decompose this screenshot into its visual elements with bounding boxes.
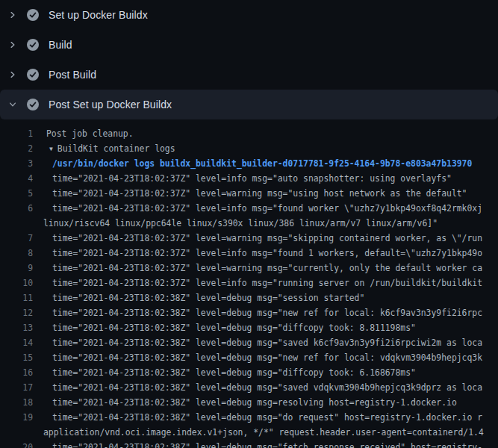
step-label: Post Set up Docker Buildx xyxy=(49,99,172,111)
chevron-right-icon xyxy=(8,40,17,49)
log-text: time="2021-04-23T18:02:38Z" level=debug … xyxy=(0,410,498,425)
line-number[interactable]: 12 xyxy=(0,305,33,320)
log-row: 7time="2021-04-23T18:02:37Z" level=warni… xyxy=(0,231,498,246)
line-number[interactable]: 14 xyxy=(0,335,33,350)
log-text: time="2021-04-23T18:02:38Z" level=debug … xyxy=(0,320,498,335)
line-number[interactable]: 5 xyxy=(0,186,33,201)
log-row: 12time="2021-04-23T18:02:38Z" level=debu… xyxy=(0,305,498,320)
log-text: linux/riscv64 linux/ppc64le linux/s390x … xyxy=(0,216,498,231)
line-number[interactable]: 20 xyxy=(0,440,33,448)
log-row: application/vnd.oci.image.index.v1+json,… xyxy=(0,425,498,440)
log-row: 14time="2021-04-23T18:02:38Z" level=debu… xyxy=(0,335,498,350)
line-number[interactable]: 9 xyxy=(0,261,33,276)
log-text: time="2021-04-23T18:02:37Z" level=warnin… xyxy=(0,186,498,201)
log-row: 8time="2021-04-23T18:02:37Z" level=info … xyxy=(0,246,498,261)
log-text: time="2021-04-23T18:02:37Z" level=info m… xyxy=(0,201,498,216)
log-row: 6time="2021-04-23T18:02:37Z" level=info … xyxy=(0,201,498,216)
check-circle-icon xyxy=(27,9,39,21)
line-number[interactable]: 3 xyxy=(0,156,33,171)
log-text: time="2021-04-23T18:02:38Z" level=debug … xyxy=(0,395,498,410)
log-row: 1Post job cleanup. xyxy=(0,126,498,141)
line-number[interactable]: 7 xyxy=(0,231,33,246)
log-group-label: BuildKit container logs xyxy=(57,143,175,154)
chevron-right-icon xyxy=(8,70,17,79)
step-row-build[interactable]: Build xyxy=(0,30,498,60)
log-row: 3/usr/bin/docker logs buildx_buildkit_bu… xyxy=(0,156,498,171)
log-row: 16time="2021-04-23T18:02:38Z" level=debu… xyxy=(0,365,498,380)
log-text: application/vnd.oci.image.index.v1+json,… xyxy=(0,425,498,440)
step-row-post-build[interactable]: Post Build xyxy=(0,60,498,90)
log-row: 2▼BuildKit container logs xyxy=(0,141,498,156)
log-text: time="2021-04-23T18:02:37Z" level=info m… xyxy=(0,171,498,186)
log-row: 4time="2021-04-23T18:02:37Z" level=info … xyxy=(0,171,498,186)
chevron-down-icon xyxy=(8,100,17,109)
step-row-set-up-docker-buildx[interactable]: Set up Docker Buildx xyxy=(0,0,498,30)
log-row: 9time="2021-04-23T18:02:37Z" level=warni… xyxy=(0,261,498,276)
log-text: Post job cleanup. xyxy=(0,126,498,141)
check-circle-icon xyxy=(27,99,39,111)
log-text: time="2021-04-23T18:02:37Z" level=info m… xyxy=(0,246,498,261)
check-circle-icon xyxy=(27,39,39,51)
log-row: 19time="2021-04-23T18:02:38Z" level=debu… xyxy=(0,410,498,425)
log-text: time="2021-04-23T18:02:38Z" level=debug … xyxy=(0,365,498,380)
line-number[interactable]: 16 xyxy=(0,365,33,380)
step-label: Build xyxy=(49,39,72,51)
line-number[interactable]: 17 xyxy=(0,380,33,395)
log-text: time="2021-04-23T18:02:38Z" level=debug … xyxy=(0,350,498,365)
check-circle-icon xyxy=(27,69,39,81)
log-row: 10time="2021-04-23T18:02:37Z" level=info… xyxy=(0,276,498,290)
log-command-text: /usr/bin/docker logs buildx_buildkit_bui… xyxy=(0,156,498,171)
log-text: time="2021-04-23T18:02:38Z" level=debug … xyxy=(0,380,498,395)
log-row: 11time="2021-04-23T18:02:38Z" level=debu… xyxy=(0,290,498,305)
line-number[interactable]: 2 xyxy=(0,141,33,156)
log-row: 18time="2021-04-23T18:02:38Z" level=debu… xyxy=(0,395,498,410)
step-label: Set up Docker Buildx xyxy=(49,9,148,21)
log-text: time="2021-04-23T18:02:38Z" level=debug … xyxy=(0,290,498,305)
log-row: 13time="2021-04-23T18:02:38Z" level=debu… xyxy=(0,320,498,335)
log-row: 17time="2021-04-23T18:02:38Z" level=debu… xyxy=(0,380,498,395)
log-row: 15time="2021-04-23T18:02:38Z" level=debu… xyxy=(0,350,498,365)
log-text: time="2021-04-23T18:02:37Z" level=info m… xyxy=(0,276,498,290)
log-row: linux/riscv64 linux/ppc64le linux/s390x … xyxy=(0,216,498,231)
log-text: time="2021-04-23T18:02:38Z" level=debug … xyxy=(0,335,498,350)
line-number[interactable]: 19 xyxy=(0,410,33,425)
line-number[interactable]: 11 xyxy=(0,290,33,305)
log-row: 5time="2021-04-23T18:02:37Z" level=warni… xyxy=(0,186,498,201)
line-number[interactable]: 6 xyxy=(0,201,33,216)
chevron-right-icon xyxy=(8,10,17,19)
line-number[interactable]: 4 xyxy=(0,171,33,186)
log-lines: 1Post job cleanup.2▼BuildKit container l… xyxy=(0,119,498,448)
line-number[interactable]: 8 xyxy=(0,246,33,261)
line-number[interactable]: 18 xyxy=(0,395,33,410)
triangle-down-icon: ▼ xyxy=(49,142,53,156)
line-number[interactable]: 1 xyxy=(0,126,33,141)
log-text: time="2021-04-23T18:02:38Z" level=debug … xyxy=(0,440,498,448)
step-label: Post Build xyxy=(49,69,96,81)
line-number[interactable]: 13 xyxy=(0,320,33,335)
log-text: time="2021-04-23T18:02:38Z" level=debug … xyxy=(0,305,498,320)
line-number[interactable]: 15 xyxy=(0,350,33,365)
line-number[interactable]: 10 xyxy=(0,276,33,290)
log-text: time="2021-04-23T18:02:37Z" level=warnin… xyxy=(0,231,498,246)
step-row-post-set-up-docker-buildx[interactable]: Post Set up Docker Buildx xyxy=(0,90,498,119)
steps-list: Set up Docker BuildxBuildPost BuildPost … xyxy=(0,0,498,119)
log-row: 20time="2021-04-23T18:02:38Z" level=debu… xyxy=(0,440,498,448)
log-group-toggle[interactable]: ▼BuildKit container logs xyxy=(0,141,498,156)
log-text: time="2021-04-23T18:02:37Z" level=warnin… xyxy=(0,261,498,276)
